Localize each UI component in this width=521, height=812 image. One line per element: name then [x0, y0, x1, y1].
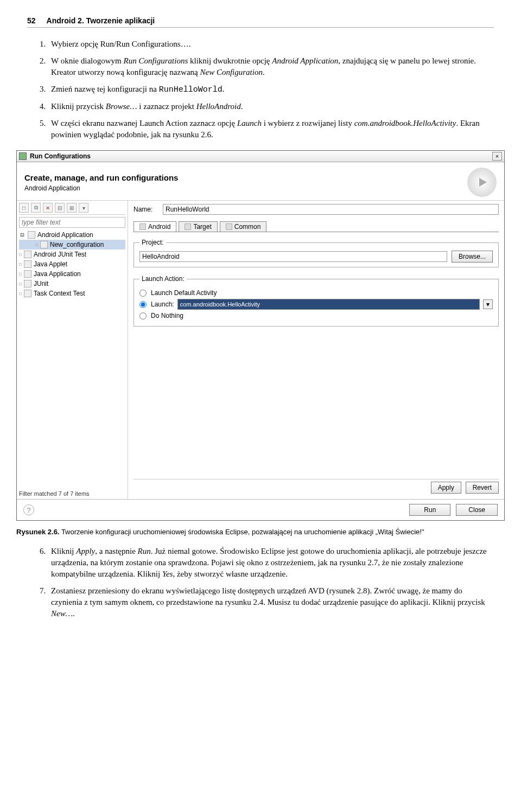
tree-item-android-junit[interactable]: Android JUnit Test — [19, 250, 125, 259]
step-3: Zmień nazwę tej konfiguracji na RunHello… — [48, 84, 494, 95]
tab-android[interactable]: Android — [134, 221, 176, 232]
tree-item-junit[interactable]: JUnit — [19, 279, 125, 289]
close-button-footer[interactable]: Close — [456, 504, 498, 516]
tree-item-android-application[interactable]: ⊟Android Application — [19, 230, 125, 240]
radio-do-nothing-input[interactable] — [139, 312, 147, 319]
leaf-icon — [19, 253, 22, 256]
name-input[interactable] — [163, 204, 499, 215]
junit-icon — [24, 280, 31, 287]
run-button[interactable]: Run — [409, 504, 450, 516]
launch-activity-value: com.androidbook.HelloActivity — [180, 301, 260, 308]
steps-list: Wybierz opcję Run/Run Configurations…. W… — [27, 39, 494, 140]
launch-activity-select[interactable]: com.androidbook.HelloActivity — [177, 299, 480, 310]
menu-icon[interactable]: ▾ — [79, 203, 88, 213]
dialog-subheading: Android Application — [24, 184, 178, 192]
tree-toolbar: □ ⧉ ✕ ⊟ ⊞ ▾ — [19, 203, 125, 215]
tree-item-java-application[interactable]: Java Application — [19, 269, 125, 279]
new-icon[interactable]: □ — [19, 203, 29, 213]
radio-do-nothing[interactable]: Do Nothing — [139, 312, 493, 319]
config-tree-panel: □ ⧉ ✕ ⊟ ⊞ ▾ ⊟Android Application New_con… — [17, 201, 128, 499]
config-tree[interactable]: ⊟Android Application New_configuration A… — [19, 230, 125, 298]
chevron-down-icon[interactable]: ▾ — [483, 299, 493, 309]
android-icon — [28, 231, 35, 239]
close-button[interactable]: × — [492, 152, 502, 161]
project-input[interactable] — [139, 251, 447, 262]
revert-button[interactable]: Revert — [466, 482, 499, 494]
step-6: Kliknij Apply, a następnie Run. Już niem… — [48, 546, 494, 580]
svg-marker-0 — [479, 178, 487, 187]
tree-item-java-applet[interactable]: Java Applet — [19, 259, 125, 269]
browse-button[interactable]: Browse... — [452, 251, 493, 263]
junit-icon — [24, 251, 31, 258]
help-icon[interactable]: ? — [23, 504, 34, 515]
leaf-icon — [19, 283, 22, 285]
duplicate-icon[interactable]: ⧉ — [31, 203, 41, 213]
collapse-icon[interactable]: ⊞ — [67, 203, 77, 213]
leaf-icon — [35, 244, 38, 246]
figure-caption: Rysunek 2.6. Tworzenie konfiguracji uruc… — [16, 527, 505, 537]
tree-item-task-context[interactable]: Task Context Test — [19, 289, 125, 298]
launch-action-fieldset: Launch Action: Launch Default Activity L… — [134, 275, 499, 327]
task-icon — [24, 290, 31, 297]
page-header: 52 Android 2. Tworzenie aplikacji — [27, 16, 494, 28]
dialog-title: Run Configurations — [30, 152, 492, 160]
tab-common[interactable]: Common — [220, 221, 267, 232]
apply-button[interactable]: Apply — [431, 482, 461, 494]
figure-label: Rysunek 2.6. — [16, 528, 60, 536]
radio-launch[interactable]: Launch: com.androidbook.HelloActivity ▾ — [139, 299, 493, 310]
common-tab-icon — [226, 223, 232, 230]
eclipse-icon — [19, 152, 27, 160]
radio-launch-default-input[interactable] — [139, 290, 147, 297]
filter-input[interactable] — [19, 217, 125, 228]
leaf-icon — [19, 263, 22, 266]
applet-icon — [24, 260, 31, 268]
run-configurations-dialog: Run Configurations × Create, manage, and… — [16, 150, 505, 521]
expand-icon[interactable]: ⊟ — [55, 203, 65, 213]
tab-bar: Android Target Common — [134, 221, 499, 232]
step-7: Zostaniesz przeniesiony do ekranu wyświe… — [48, 585, 494, 619]
config-form: Name: Android Target Common Project: Bro… — [128, 201, 504, 499]
android-icon — [40, 241, 48, 248]
step-2: W oknie dialogowym Run Configurations kl… — [48, 55, 494, 78]
page-number: 52 — [27, 16, 36, 25]
target-tab-icon — [185, 223, 191, 230]
dialog-footer: ? Run Close — [17, 499, 504, 520]
leaf-icon — [19, 273, 22, 276]
apply-revert-row: Apply Revert — [134, 479, 499, 496]
leaf-icon — [19, 292, 22, 295]
tab-target[interactable]: Target — [179, 221, 217, 232]
delete-icon[interactable]: ✕ — [43, 203, 53, 213]
step-1: Wybierz opcję Run/Run Configurations…. — [48, 39, 494, 50]
name-label: Name: — [134, 206, 160, 213]
section-title: Android 2. Tworzenie aplikacji — [47, 16, 155, 25]
java-icon — [24, 270, 31, 278]
dialog-heading: Create, manage, and run configurations — [24, 173, 178, 182]
radio-launch-default[interactable]: Launch Default Activity — [139, 289, 493, 297]
radio-launch-input[interactable] — [139, 301, 147, 308]
tree-filter-status: Filter matched 7 of 7 items — [19, 490, 125, 497]
dialog-titlebar: Run Configurations × — [17, 151, 504, 162]
dialog-header: Create, manage, and run configurations A… — [17, 162, 504, 201]
project-legend: Project: — [139, 239, 166, 246]
tree-item-new-configuration[interactable]: New_configuration — [19, 240, 125, 250]
steps-list-cont: Kliknij Apply, a następnie Run. Już niem… — [27, 546, 494, 619]
project-fieldset: Project: Browse... — [134, 239, 499, 267]
launch-action-legend: Launch Action: — [139, 275, 187, 283]
step-5: W części ekranu nazwanej Launch Action z… — [48, 118, 494, 140]
step-4: Kliknij przycisk Browse… i zaznacz proje… — [48, 101, 494, 112]
android-tab-icon — [139, 223, 146, 230]
run-icon — [467, 168, 497, 197]
